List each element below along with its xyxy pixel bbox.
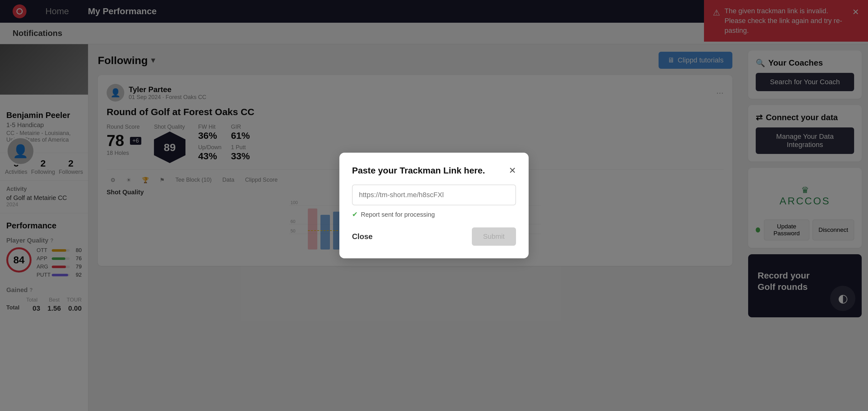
trackman-link-input[interactable]	[352, 185, 516, 205]
modal-close-button[interactable]: Close	[352, 232, 372, 241]
modal-footer: Close Submit	[352, 227, 516, 246]
modal-header: Paste your Trackman Link here. ✕	[352, 165, 516, 176]
modal-title: Paste your Trackman Link here.	[352, 166, 485, 176]
modal-overlay: Paste your Trackman Link here. ✕ ✔ Repor…	[0, 0, 868, 411]
success-text: Report sent for processing	[361, 211, 435, 218]
modal-submit-button[interactable]: Submit	[472, 227, 516, 246]
modal-close-x-button[interactable]: ✕	[509, 165, 516, 176]
success-check-icon: ✔	[352, 211, 358, 219]
trackman-modal: Paste your Trackman Link here. ✕ ✔ Repor…	[339, 153, 529, 258]
modal-success-message: ✔ Report sent for processing	[352, 211, 516, 219]
